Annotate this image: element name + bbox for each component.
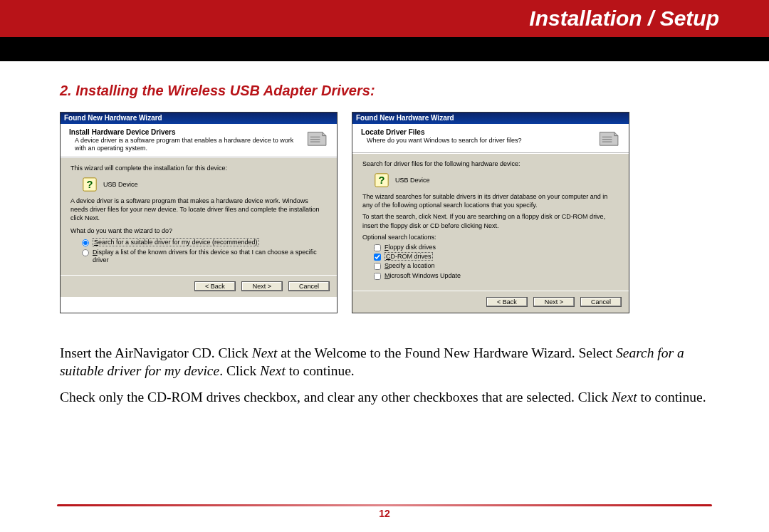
chk-floppy-row[interactable]: Floppy disk drives <box>374 243 619 252</box>
d1-line2: A device driver is a software program th… <box>70 197 327 222</box>
d2-cancel-button[interactable]: Cancel <box>580 297 622 307</box>
chk-cdrom-row[interactable]: CD-ROM drives <box>374 252 619 261</box>
d2-line1: Search for driver files for the followin… <box>362 160 619 168</box>
dialog1-titlebar: Found New Hardware Wizard <box>61 113 337 124</box>
d1-back-button[interactable]: < Back <box>194 281 236 291</box>
dialog1-header-text: Install Hardware Device Drivers A device… <box>69 128 305 152</box>
header-banner: Installation / Setup <box>0 0 769 37</box>
d2-line3: To start the search, click Next. If you … <box>362 212 619 229</box>
dialog-install-drivers: Found New Hardware Wizard Install Hardwa… <box>60 112 338 313</box>
d1-device-row: ? USB Device <box>82 177 327 192</box>
d1-line3: What do you want the wizard to do? <box>70 226 327 235</box>
d2-line4: Optional search locations: <box>362 233 619 241</box>
checkbox-floppy[interactable] <box>374 244 381 251</box>
d2-button-row: < Back Next > Cancel <box>352 291 629 313</box>
dialog2-header-bold: Locate Driver Files <box>361 128 424 136</box>
dialog1-inner: This wizard will complete the installati… <box>61 157 337 275</box>
d1-device: USB Device <box>103 180 138 189</box>
chk-floppy-label: Floppy disk drives <box>384 244 436 251</box>
dialog1-header-bold: Install Hardware Device Drivers <box>69 128 176 136</box>
svg-text:?: ? <box>379 174 385 186</box>
d2-device-row: ? USB Device <box>374 172 619 188</box>
dialog1-header: Install Hardware Device Drivers A device… <box>61 124 337 157</box>
dialog-locate-files: Found New Hardware Wizard Locate Driver … <box>352 112 629 313</box>
dialog-row: Found New Hardware Wizard Install Hardwa… <box>60 112 709 313</box>
dialog1-header-sub: A device driver is a software program th… <box>69 136 300 152</box>
dialog2-header: Locate Driver Files Where do you want Wi… <box>352 124 629 153</box>
dialog2-inner: Search for driver files for the followin… <box>352 153 629 291</box>
footer: 12 <box>0 504 769 519</box>
d2-device: USB Device <box>395 176 430 184</box>
chk-msupdate-label: Microsoft Windows Update <box>384 272 461 280</box>
chk-msupdate-row[interactable]: Microsoft Windows Update <box>374 271 619 281</box>
dialog1-body: Install Hardware Device Drivers A device… <box>61 124 337 297</box>
page-number: 12 <box>0 508 769 519</box>
dialog2-body: Locate Driver Files Where do you want Wi… <box>352 124 629 313</box>
d2-next-button[interactable]: Next > <box>533 297 575 307</box>
question-icon: ? <box>82 177 98 192</box>
chk-specify-label: Specify a location <box>384 262 435 270</box>
banner-title: Installation / Setup <box>529 6 719 31</box>
dialog2-title-text: Found New Hardware Wizard <box>356 114 454 122</box>
dialog2-header-text: Locate Driver Files Where do you want Wi… <box>361 128 597 145</box>
d1-radio2-row[interactable]: Display a list of the known drivers for … <box>82 248 327 266</box>
d1-line1: This wizard will complete the installati… <box>70 164 327 172</box>
checkbox-msupdate[interactable] <box>374 273 381 280</box>
d2-line2: The wizard searches for suitable drivers… <box>362 192 619 209</box>
chk-cdrom-label: CD-ROM drives <box>384 253 433 261</box>
d1-button-row: < Back Next > Cancel <box>61 275 337 297</box>
hardware-icon <box>597 128 622 148</box>
d1-radio-group: Search for a suitable driver for my devi… <box>70 236 327 266</box>
d1-next-button[interactable]: Next > <box>241 281 283 291</box>
dialog2-header-sub: Where do you want Windows to search for … <box>361 136 592 145</box>
checkbox-cdrom[interactable] <box>374 254 381 261</box>
chk-specify-row[interactable]: Specify a location <box>374 261 619 271</box>
d1-radio1-label: Search for a suitable driver for my devi… <box>93 239 259 246</box>
footer-divider <box>57 504 712 506</box>
dialog2-titlebar: Found New Hardware Wizard <box>352 113 629 124</box>
black-strip <box>0 37 769 61</box>
body-paragraph-1: Insert the AirNavigator CD. Click Next a… <box>60 345 709 380</box>
hardware-icon <box>305 128 330 148</box>
svg-text:?: ? <box>87 178 93 189</box>
d2-checkbox-group: Floppy disk drives CD-ROM drives Specify… <box>362 241 619 282</box>
body-paragraph-2: Check only the CD-ROM drives checkbox, a… <box>60 389 709 407</box>
radio-display-list[interactable] <box>82 249 89 256</box>
dialog1-title-text: Found New Hardware Wizard <box>64 114 162 122</box>
section-heading: 2. Installing the Wireless USB Adapter D… <box>60 83 709 99</box>
question-icon: ? <box>374 172 389 188</box>
d2-back-button[interactable]: < Back <box>486 297 528 307</box>
d1-cancel-button[interactable]: Cancel <box>288 281 330 291</box>
content-area: 2. Installing the Wireless USB Adapter D… <box>0 61 769 407</box>
radio-search-suitable[interactable] <box>82 239 89 246</box>
checkbox-specify[interactable] <box>374 263 381 270</box>
d1-radio1-row[interactable]: Search for a suitable driver for my devi… <box>82 238 327 247</box>
d1-radio2-label: Display a list of the known drivers for … <box>93 249 327 265</box>
